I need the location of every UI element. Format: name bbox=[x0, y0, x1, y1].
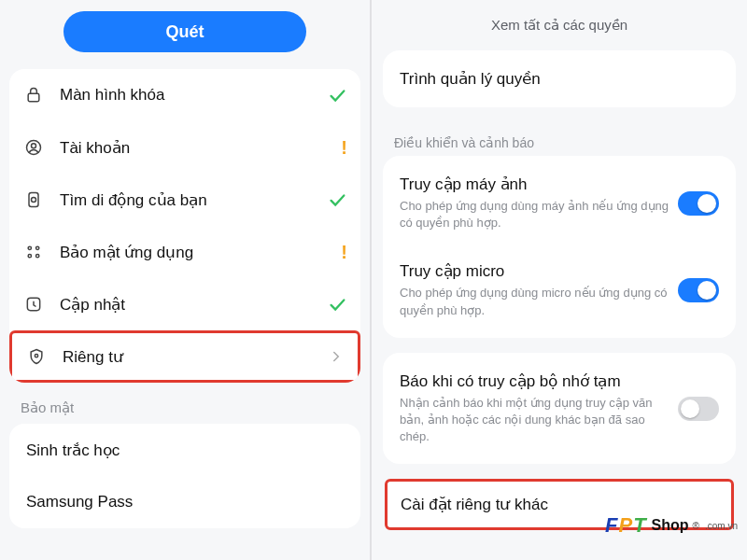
shield-icon bbox=[25, 345, 48, 368]
scan-button[interactable]: Quét bbox=[63, 11, 306, 52]
fpt-logo: F P T bbox=[605, 513, 646, 538]
section-header-security: Bảo mật bbox=[0, 383, 370, 424]
row-updates[interactable]: Cập nhật bbox=[9, 278, 360, 330]
clipboard-alert-row[interactable]: Báo khi có truy cập bộ nhớ tạm Nhận cảnh… bbox=[383, 357, 736, 461]
chevron-right-icon bbox=[328, 348, 345, 365]
row-subtitle: Cho phép ứng dụng dùng máy ảnh nếu ứng d… bbox=[400, 198, 669, 231]
checkmark-icon bbox=[327, 294, 347, 315]
svg-point-5 bbox=[28, 246, 31, 249]
permission-manager-card: Trình quản lý quyền bbox=[383, 50, 736, 107]
find-phone-icon bbox=[22, 189, 45, 211]
watermark: F P T Shop ® .com.vn bbox=[605, 513, 738, 538]
watermark-reg: ® bbox=[693, 521, 699, 531]
svg-rect-3 bbox=[29, 193, 38, 207]
checkmark-icon bbox=[327, 85, 347, 105]
row-subtitle: Nhận cảnh báo khi một ứng dụng truy cập … bbox=[400, 395, 669, 446]
mic-access-row[interactable]: Truy cập micro Cho phép ứng dụng dùng mi… bbox=[383, 246, 736, 333]
view-all-permissions-link[interactable]: Xem tất cả các quyền bbox=[372, 0, 747, 50]
clipboard-card: Báo khi có truy cập bộ nhớ tạm Nhận cảnh… bbox=[383, 353, 736, 465]
svg-point-6 bbox=[36, 246, 39, 249]
row-app-security[interactable]: Bảo mật ứng dụng ! bbox=[9, 226, 360, 278]
row-label: Màn hình khóa bbox=[60, 86, 319, 105]
row-account[interactable]: Tài khoản ! bbox=[9, 121, 360, 174]
row-title: Truy cập micro bbox=[400, 261, 669, 281]
security-list-card-2: Sinh trắc học Samsung Pass bbox=[9, 424, 360, 528]
row-label: Tìm di động của bạn bbox=[60, 190, 319, 210]
left-screenshot: Quét Màn hình khóa Tài khoản ! Tìm bbox=[0, 0, 372, 560]
row-title: Truy cập máy ảnh bbox=[400, 175, 669, 194]
row-lockscreen[interactable]: Màn hình khóa bbox=[9, 69, 360, 121]
row-label: Bảo mật ứng dụng bbox=[60, 243, 333, 262]
row-label: Riêng tư bbox=[63, 347, 320, 367]
watermark-suffix: Shop bbox=[652, 517, 689, 534]
watermark-domain: .com.vn bbox=[705, 521, 738, 531]
update-icon bbox=[22, 293, 45, 315]
row-subtitle: Cho phép ứng dụng dùng micro nếu ứng dụn… bbox=[400, 285, 669, 318]
permission-manager-row[interactable]: Trình quản lý quyền bbox=[383, 54, 736, 104]
row-label: Cập nhật bbox=[60, 295, 319, 315]
svg-point-4 bbox=[32, 198, 36, 203]
svg-point-8 bbox=[36, 255, 39, 258]
section-header-controls: Điều khiển và cảnh báo bbox=[372, 122, 747, 156]
row-label: Sinh trắc học bbox=[26, 441, 347, 460]
svg-point-10 bbox=[35, 355, 37, 357]
checkmark-icon bbox=[327, 189, 347, 210]
row-find-mobile[interactable]: Tìm di động của bạn bbox=[9, 174, 360, 226]
row-biometrics[interactable]: Sinh trắc học bbox=[9, 424, 360, 476]
row-title: Báo khi có truy cập bộ nhớ tạm bbox=[400, 371, 669, 391]
svg-point-2 bbox=[32, 144, 36, 148]
camera-access-toggle[interactable] bbox=[678, 191, 719, 216]
row-privacy[interactable]: Riêng tư bbox=[9, 330, 360, 383]
controls-card: Truy cập máy ảnh Cho phép ứng dụng dùng … bbox=[383, 156, 736, 338]
row-title: Trình quản lý quyền bbox=[400, 69, 710, 89]
row-label: Samsung Pass bbox=[26, 493, 347, 511]
right-screenshot: Xem tất cả các quyền Trình quản lý quyền… bbox=[372, 0, 747, 560]
svg-point-7 bbox=[28, 255, 31, 258]
row-samsung-pass[interactable]: Samsung Pass bbox=[9, 476, 360, 528]
clipboard-alert-toggle[interactable] bbox=[678, 397, 719, 421]
camera-access-row[interactable]: Truy cập máy ảnh Cho phép ứng dụng dùng … bbox=[383, 160, 736, 246]
lock-icon bbox=[22, 84, 45, 106]
svg-rect-0 bbox=[28, 93, 39, 101]
row-label: Tài khoản bbox=[60, 138, 333, 158]
user-circle-icon bbox=[22, 136, 45, 159]
warning-icon: ! bbox=[341, 242, 347, 263]
row-title: Cài đặt riêng tư khác bbox=[401, 495, 709, 514]
app-grid-icon bbox=[22, 241, 45, 263]
scan-button-label: Quét bbox=[165, 22, 204, 42]
mic-access-toggle[interactable] bbox=[678, 278, 719, 302]
link-label: Xem tất cả các quyền bbox=[491, 17, 627, 34]
warning-icon: ! bbox=[341, 137, 347, 159]
security-list-card: Màn hình khóa Tài khoản ! Tìm di động củ… bbox=[9, 69, 360, 383]
